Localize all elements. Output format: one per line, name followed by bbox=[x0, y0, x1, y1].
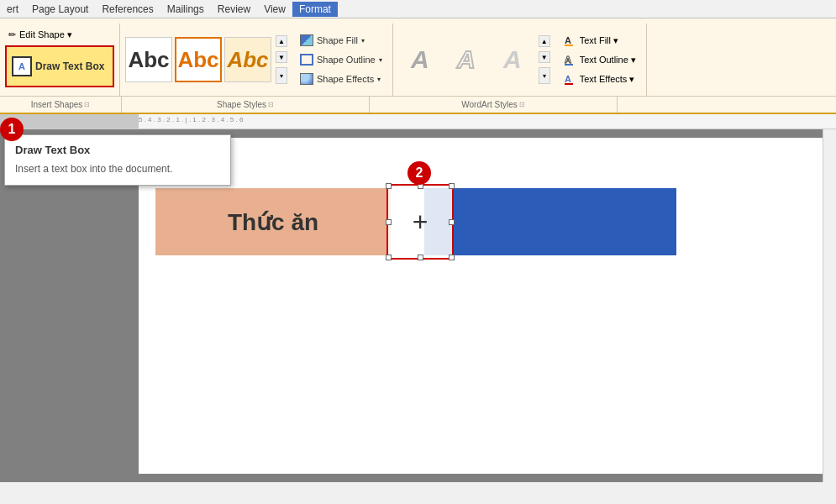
document-page[interactable]: Thức ăn + 2 bbox=[139, 138, 823, 474]
menu-mailings[interactable]: Mailings bbox=[160, 2, 211, 17]
draw-textbox-button[interactable]: A Draw Text Box bbox=[5, 45, 114, 87]
section-label-wordart-styles: WordArt Styles⊡ bbox=[370, 97, 618, 113]
wordart-scroll-up[interactable]: ▲ bbox=[539, 35, 550, 47]
text-fill-button[interactable]: A Text Fill ▾ bbox=[558, 31, 641, 50]
tooltip-description: Insert a text box into the document. bbox=[15, 161, 220, 176]
shape-outline-button[interactable]: Shape Outline ▾ bbox=[295, 50, 387, 69]
text-effects-icon: A bbox=[563, 73, 576, 85]
svg-text:A: A bbox=[565, 74, 571, 84]
menu-bar: ert Page Layout References Mailings Revi… bbox=[0, 0, 836, 18]
section-label-shape-styles: Shape Styles⊡ bbox=[122, 97, 370, 113]
step1-label: 1 bbox=[0, 118, 24, 141]
edit-shape-button[interactable]: ✏ Edit Shape ▾ bbox=[5, 24, 114, 45]
edit-shape-icon: ✏ bbox=[8, 29, 16, 40]
handle-bottomright[interactable] bbox=[449, 255, 455, 260]
handle-midleft[interactable] bbox=[386, 219, 392, 225]
handle-bottomleft[interactable] bbox=[386, 255, 392, 260]
blue-content-box bbox=[424, 188, 676, 255]
style-abc-plain[interactable]: Abc bbox=[125, 37, 172, 82]
scroll-down-button[interactable]: ▼ bbox=[276, 51, 287, 63]
ruler: 5 . 4 . 3 . 2 . 1 . | . 1 . 2 . 3 . 4 . … bbox=[0, 114, 836, 129]
wordart-scroll-down[interactable]: ▼ bbox=[539, 51, 550, 63]
wordart-item-1[interactable]: A bbox=[398, 38, 442, 81]
vertical-scrollbar[interactable] bbox=[823, 129, 836, 482]
scroll-up-button[interactable]: ▲ bbox=[276, 35, 287, 47]
tooltip-title: Draw Text Box bbox=[15, 144, 220, 156]
menu-format[interactable]: Format bbox=[292, 2, 338, 17]
handle-topleft[interactable] bbox=[386, 183, 392, 189]
resize-handles bbox=[388, 186, 452, 258]
handle-midright[interactable] bbox=[449, 219, 455, 225]
text-effects-button[interactable]: A Text Effects ▾ bbox=[558, 70, 641, 88]
shape-fill-icon bbox=[300, 34, 313, 46]
tooltip-box: Draw Text Box Insert a text box into the… bbox=[4, 134, 231, 186]
salmon-content-box: Thức ăn bbox=[155, 188, 391, 255]
style-abc-orange[interactable]: Abc bbox=[175, 37, 222, 82]
styles-scroll: ▲ ▼ ▾ bbox=[276, 35, 287, 84]
menu-pagelayout[interactable]: Page Layout bbox=[25, 2, 95, 17]
svg-text:A: A bbox=[565, 55, 571, 65]
textbox-icon: A bbox=[12, 56, 32, 76]
scroll-more-button[interactable]: ▾ bbox=[276, 67, 287, 84]
text-outline-button[interactable]: A Text Outline ▾ bbox=[558, 50, 641, 69]
section-label-insert-shapes: Insert Shapes⊡ bbox=[0, 97, 122, 113]
handle-topright[interactable] bbox=[449, 183, 455, 189]
shape-fill-button[interactable]: Shape Fill ▾ bbox=[295, 31, 387, 50]
step2-label: 2 bbox=[407, 161, 431, 185]
svg-rect-3 bbox=[565, 64, 573, 66]
ribbon: ✏ Edit Shape ▾ A Draw Text Box Abc Abc A… bbox=[0, 18, 836, 114]
menu-references[interactable]: References bbox=[95, 2, 160, 17]
selected-textbox[interactable]: + bbox=[386, 184, 454, 260]
wordart-scroll: ▲ ▼ ▾ bbox=[539, 35, 550, 84]
wordart-item-3[interactable]: A bbox=[491, 38, 534, 81]
wordart-item-2[interactable]: A bbox=[444, 38, 488, 81]
handle-bottommid[interactable] bbox=[418, 255, 423, 260]
text-fill-icon: A bbox=[563, 34, 576, 46]
wordart-scroll-more[interactable]: ▾ bbox=[539, 67, 550, 84]
shape-effects-icon bbox=[300, 73, 313, 85]
svg-rect-1 bbox=[565, 45, 573, 46]
menu-view[interactable]: View bbox=[257, 2, 292, 17]
menu-review[interactable]: Review bbox=[211, 2, 257, 17]
svg-text:A: A bbox=[565, 35, 571, 45]
svg-rect-5 bbox=[565, 83, 573, 85]
text-outline-icon: A bbox=[563, 54, 576, 66]
shape-effects-button[interactable]: Shape Effects ▾ bbox=[295, 70, 387, 88]
style-abc-fancy[interactable]: Abc bbox=[224, 37, 271, 82]
ruler-content: 5 . 4 . 3 . 2 . 1 . | . 1 . 2 . 3 . 4 . … bbox=[139, 114, 836, 129]
menu-insert[interactable]: ert bbox=[0, 2, 25, 17]
shape-outline-icon bbox=[300, 54, 313, 66]
salmon-text: Thức ăn bbox=[228, 208, 318, 236]
